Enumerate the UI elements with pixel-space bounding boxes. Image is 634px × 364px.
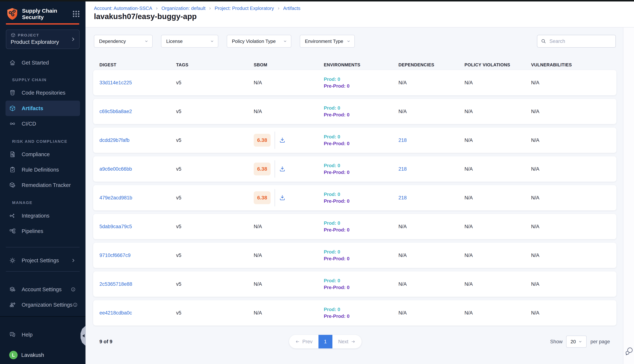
env-prod-value: Prod: 0	[324, 220, 392, 226]
filter-license[interactable]: License	[161, 35, 218, 48]
filter-dependency[interactable]: Dependency	[94, 35, 153, 48]
column-header-tags: TAGS	[170, 62, 247, 68]
policy-violations-value: N/A	[465, 224, 473, 229]
sbom-divider	[275, 132, 275, 149]
search-box[interactable]	[537, 35, 616, 48]
sidebar-item-label: Account Settings	[22, 286, 62, 292]
digest-link[interactable]: a9c6e00c66bb	[99, 166, 132, 172]
breadcrumb-link-account-automation-ssca[interactable]: Account: Automation-SSCA	[94, 6, 152, 11]
info-icon	[73, 302, 78, 308]
chevron-down-icon	[346, 39, 351, 44]
integrations-icon	[9, 212, 18, 219]
sidebar-item-label: Artifacts	[22, 106, 43, 112]
digest-link[interactable]: 479e2acd981b	[99, 195, 132, 200]
sidebar-divider	[6, 247, 80, 248]
dependencies-link[interactable]: 218	[399, 138, 407, 143]
tag-value: v5	[176, 80, 181, 86]
sidebar-item-get-started[interactable]: Get Started	[6, 55, 80, 70]
digest-link[interactable]: 2c5365718e88	[99, 281, 132, 287]
digest-link[interactable]: 33d114e1c225	[99, 80, 132, 86]
digest-link[interactable]: 5dab9caa79c5	[99, 224, 132, 229]
show-label: Show	[550, 339, 563, 344]
sidebar-item-integrations[interactable]: Integrations	[6, 208, 80, 224]
column-header-vulnerabilities: VULNERABILITIES	[525, 62, 616, 68]
sidebar-item-code-repositories[interactable]: </>Code Repositories	[6, 85, 80, 100]
avatar: L	[9, 351, 18, 359]
dependencies-value: N/A	[399, 224, 407, 229]
search-icon	[541, 38, 546, 44]
vulnerabilities-value: N/A	[531, 224, 539, 229]
table-header-row: DIGESTTAGSSBOMENVIRONMENTSDEPENDENCIESPO…	[93, 62, 616, 68]
tag-value: v5	[176, 195, 181, 200]
dependencies-link[interactable]: 218	[399, 166, 407, 172]
cube-edit-icon	[9, 182, 18, 188]
sbom-value: N/A	[254, 80, 262, 86]
table-row: 5dab9caa79c5v5N/A Prod: 0 Pre-Prod: 0 N/…	[93, 214, 616, 239]
column-header-digest: DIGEST	[93, 62, 170, 68]
pagination-page-1[interactable]: 1	[319, 335, 333, 348]
env-prod-value: Prod: 0	[324, 162, 392, 169]
digest-link[interactable]: c69c5b6a8ae2	[99, 109, 132, 114]
vulnerabilities-value: N/A	[531, 109, 539, 114]
filter-label: License	[166, 38, 183, 44]
user-menu[interactable]: L Lavakush	[6, 347, 80, 363]
sidebar-item-label: Help	[22, 332, 33, 338]
breadcrumb-chevron-icon	[155, 7, 159, 10]
page-title: lavakush07/easy-buggy-app	[94, 12, 197, 21]
search-input[interactable]	[549, 38, 612, 44]
sbom-score-badge: 6.38	[254, 134, 270, 147]
table-row: ee4218cdba0cv5N/A Prod: 0 Pre-Prod: 0 N/…	[93, 300, 616, 326]
filter-bar: DependencyLicensePolicy Violation TypeEn…	[94, 35, 355, 48]
sidebar-footer: ? Help L Lavakush	[0, 316, 86, 364]
sidebar-item-project-settings[interactable]: Project Settings	[6, 253, 80, 268]
breadcrumb-link-project-product-exploratory[interactable]: Project: Product Exploratory	[215, 6, 274, 11]
digest-link[interactable]: dcdd29b7fafb	[99, 138, 130, 143]
sidebar-item-help[interactable]: ? Help	[6, 327, 80, 342]
filter-label: Dependency	[99, 38, 126, 44]
sbom-value: N/A	[254, 224, 262, 229]
page-size-select[interactable]: 20	[566, 336, 587, 348]
tag-value: v5	[176, 109, 181, 114]
sbom-download-icon[interactable]	[279, 137, 286, 144]
digest-link[interactable]: 9710cf6667c9	[99, 252, 131, 258]
help-chat-icon: ?	[9, 332, 18, 338]
policy-violations-value: N/A	[465, 166, 473, 172]
sbom-value: N/A	[254, 281, 262, 287]
pagination-prev-button[interactable]: Prev	[289, 335, 319, 348]
table-row: dcdd29b7fafbv5 6.38 Prod: 0 Pre-Prod: 0 …	[93, 128, 616, 153]
pipelines-icon	[9, 228, 18, 234]
sidebar-item-label: Compliance	[22, 152, 50, 158]
tag-value: v5	[176, 310, 181, 316]
sidebar-item-compliance[interactable]: Compliance	[6, 147, 80, 162]
doc-search-icon	[9, 151, 18, 158]
env-preprod-value: Pre-Prod: 0	[324, 112, 392, 118]
env-preprod-value: Pre-Prod: 0	[324, 140, 392, 147]
sidebar-item-pipelines[interactable]: Pipelines	[6, 224, 80, 239]
digest-link[interactable]: ee4218cdba0c	[99, 310, 132, 316]
sidebar-item-remediation-tracker[interactable]: Remediation Tracker	[6, 178, 80, 193]
filter-environment-type[interactable]: Environment Type	[300, 35, 355, 48]
sidebar-item-ci-cd[interactable]: CI/CD	[6, 116, 80, 132]
policy-violations-value: N/A	[465, 109, 473, 114]
env-prod-value: Prod: 0	[324, 191, 392, 198]
pagination-next-button[interactable]: Next	[333, 335, 362, 348]
filter-policy-violation-type[interactable]: Policy Violation Type	[227, 35, 291, 48]
filter-label: Environment Type	[305, 38, 343, 44]
sidebar-item-rule-definitions[interactable]: Rule Definitions	[6, 162, 80, 178]
breadcrumb-link-artifacts[interactable]: Artifacts	[283, 6, 300, 11]
sidebar-item-artifacts[interactable]: Artifacts	[6, 100, 80, 116]
sidebar-item-account-settings[interactable]: Account Settings	[6, 282, 80, 297]
dependencies-link[interactable]: 218	[399, 195, 407, 200]
sbom-download-icon[interactable]	[279, 166, 286, 172]
sidebar: Supply Chain Security PROJECT	[0, 2, 86, 364]
sidebar-item-organization-settings[interactable]: Organization Settings	[6, 297, 80, 312]
per-page-label: per page	[590, 339, 610, 344]
chat-help-icon[interactable]	[625, 347, 634, 356]
home-icon	[9, 60, 18, 66]
sbom-download-icon[interactable]	[279, 194, 286, 201]
breadcrumb-link-organization-default[interactable]: Organization: default	[161, 6, 205, 11]
sidebar-item-label: CI/CD	[22, 121, 36, 127]
chevron-down-icon	[283, 39, 287, 44]
svg-text:</>: </>	[11, 92, 14, 94]
clipboard-check-icon	[9, 166, 18, 173]
